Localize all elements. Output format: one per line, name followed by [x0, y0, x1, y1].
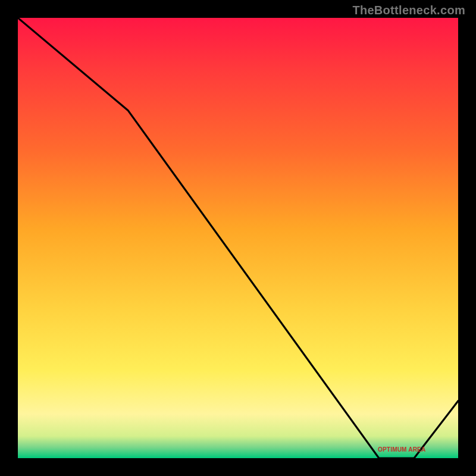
chart-plot-area: OPTIMUM AREA: [18, 18, 458, 458]
watermark-text: TheBottleneck.com: [352, 4, 465, 17]
optimum-area-label: OPTIMUM AREA: [378, 446, 425, 453]
chart-background-gradient: [18, 18, 458, 458]
chart-svg: [18, 18, 458, 458]
